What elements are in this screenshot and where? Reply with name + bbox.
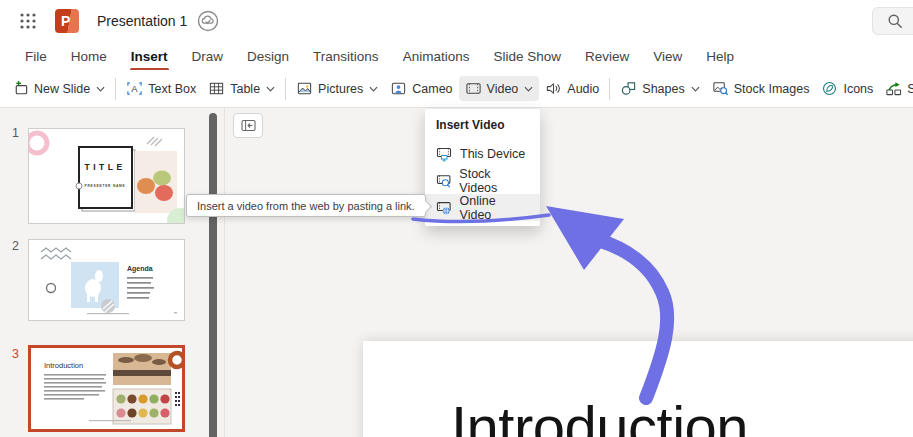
ribbon-tabs: File Home Insert Draw Design Transitions… (0, 42, 913, 70)
chevron-down-icon (524, 86, 533, 92)
menu-item-stock-videos[interactable]: Stock Videos (425, 167, 540, 194)
online-video-label: Online Video (460, 194, 529, 222)
slide-3-thumbnail[interactable]: Introduction (28, 345, 185, 432)
chevron-down-icon (266, 86, 275, 92)
document-title[interactable]: Presentation 1 (97, 13, 187, 29)
slide-1-number: 1 (12, 126, 19, 140)
this-device-label: This Device (460, 147, 525, 161)
slide-editor-canvas[interactable]: Introduction With PowerPoint, you can cr… (363, 341, 913, 437)
svg-text:A: A (132, 83, 139, 94)
cameo-icon (390, 80, 407, 97)
slide-title-text[interactable]: Introduction (451, 393, 748, 437)
panel-divider (224, 108, 225, 437)
slide-2-number: 2 (12, 239, 19, 253)
video-dropdown-menu: Insert Video This Device Stock Videos (425, 109, 540, 226)
waffle-grid-icon (18, 11, 38, 31)
thumb-1-subtitle: PRESENTER NAME (85, 184, 126, 188)
slide-3-number: 3 (12, 347, 19, 361)
insert-ribbon-toolbar: New Slide A Text Box Table (0, 70, 913, 108)
table-label: Table (230, 82, 260, 96)
shapes-icon (620, 80, 637, 97)
audio-button[interactable]: Audio (539, 76, 605, 101)
dropdown-header: Insert Video (425, 109, 540, 140)
toolbar-separator (609, 78, 610, 100)
text-box-label: Text Box (148, 82, 196, 96)
new-slide-label: New Slide (34, 82, 90, 96)
video-button[interactable]: Video (459, 76, 540, 101)
top-bar: P Presentation 1 (0, 0, 913, 42)
new-slide-icon (12, 80, 29, 97)
smartart-button[interactable]: SmartArt (879, 76, 913, 101)
audio-icon (545, 80, 562, 97)
menu-item-this-device[interactable]: This Device (425, 140, 540, 167)
search-box[interactable] (872, 7, 913, 35)
app-launcher-button[interactable] (15, 8, 41, 34)
stock-videos-icon (436, 173, 451, 189)
table-button[interactable]: Table (202, 76, 281, 101)
slide-2-thumbnail[interactable]: Agenda (28, 239, 185, 321)
tab-help[interactable]: Help (694, 45, 746, 68)
chevron-down-icon (691, 86, 700, 92)
powerpoint-web-app: P Presentation 1 File Home Insert Draw D… (0, 0, 913, 437)
online-video-tooltip: Insert a video from the web by pasting a… (186, 194, 426, 217)
table-icon (208, 80, 225, 97)
stock-videos-label: Stock Videos (459, 167, 529, 195)
tab-design[interactable]: Design (235, 45, 301, 68)
tab-file[interactable]: File (13, 45, 59, 68)
pictures-icon (296, 80, 313, 97)
stock-images-label: Stock Images (734, 82, 810, 96)
stock-images-icon (712, 80, 729, 97)
icons-button[interactable]: Icons (815, 76, 879, 101)
saved-to-cloud-icon[interactable] (197, 10, 219, 32)
tab-insert[interactable]: Insert (119, 45, 180, 68)
smartart-label: SmartArt (907, 82, 913, 96)
text-box-button[interactable]: A Text Box (120, 76, 202, 101)
shapes-button[interactable]: Shapes (614, 76, 705, 101)
collapse-thumbnail-pane-button[interactable] (233, 113, 263, 138)
text-box-icon: A (126, 80, 143, 97)
thumb-2-title: Agenda (127, 265, 153, 273)
cameo-button[interactable]: Cameo (384, 76, 458, 101)
tab-transitions[interactable]: Transitions (301, 45, 391, 68)
pictures-label: Pictures (318, 82, 363, 96)
video-icon (465, 80, 482, 97)
thumbnail-scrollbar[interactable] (209, 113, 217, 437)
thumb-1-title: TITLE (84, 162, 125, 172)
tab-slide-show[interactable]: Slide Show (481, 45, 573, 68)
tab-draw[interactable]: Draw (180, 45, 236, 68)
online-video-icon (436, 200, 452, 216)
audio-label: Audio (567, 82, 599, 96)
shapes-label: Shapes (642, 82, 684, 96)
smartart-icon (885, 80, 902, 97)
new-slide-button[interactable]: New Slide (6, 76, 111, 101)
slide-1-thumbnail[interactable]: TITLE PRESENTER NAME (28, 128, 185, 224)
tab-review[interactable]: Review (573, 45, 641, 68)
stock-images-button[interactable]: Stock Images (706, 76, 816, 101)
icons-icon (821, 80, 838, 97)
thumb-3-title: Introduction (44, 361, 83, 370)
tab-home[interactable]: Home (59, 45, 119, 68)
icons-label: Icons (843, 82, 873, 96)
powerpoint-logo-icon[interactable]: P (55, 9, 79, 33)
tab-view[interactable]: View (641, 45, 694, 68)
toolbar-separator (115, 78, 116, 100)
search-icon (887, 13, 903, 29)
chevron-down-icon (96, 86, 105, 92)
video-this-device-icon (436, 146, 452, 162)
chevron-down-icon (369, 86, 378, 92)
tab-animations[interactable]: Animations (391, 45, 482, 68)
pictures-button[interactable]: Pictures (290, 76, 384, 101)
toolbar-separator (285, 78, 286, 100)
video-label: Video (487, 82, 519, 96)
collapse-pane-icon (241, 119, 256, 132)
cameo-label: Cameo (412, 82, 452, 96)
menu-item-online-video[interactable]: Online Video (425, 194, 540, 221)
